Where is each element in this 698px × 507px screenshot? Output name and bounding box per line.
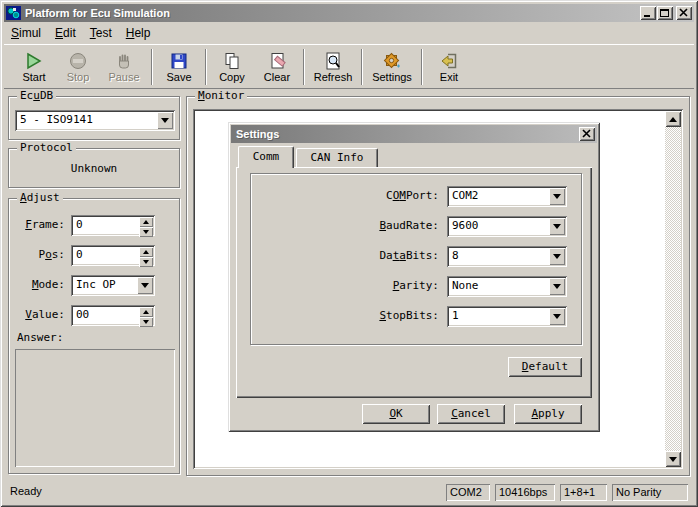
save-button[interactable]: Save (156, 47, 202, 87)
close-button[interactable] (676, 6, 692, 20)
close-icon (678, 8, 690, 18)
tab-comm[interactable]: Comm (238, 146, 294, 168)
ecudb-dropdown-button[interactable] (157, 112, 173, 129)
status-panel-parity: No Parity (612, 484, 688, 501)
refresh-icon (323, 51, 343, 71)
toolbar-separator (421, 49, 423, 85)
chevron-down-icon (161, 118, 169, 127)
cancel-button[interactable]: Cancel (437, 404, 505, 424)
settings-button[interactable]: Settings (366, 47, 418, 87)
exit-icon (439, 51, 459, 71)
pos-label: Pos: (13, 245, 65, 265)
chevron-down-icon (553, 224, 561, 233)
stop-button[interactable]: Stop (56, 47, 100, 87)
maximize-button[interactable] (657, 6, 673, 20)
menu-edit[interactable]: Edit (48, 24, 83, 42)
menu-simul[interactable]: Simul (4, 24, 48, 42)
maximize-icon (659, 8, 671, 18)
status-bar: Ready COM2 10416bps 1+8+1 No Parity (4, 481, 694, 503)
protocol-value: Unknown (9, 162, 179, 175)
tab-can-info[interactable]: CAN Info (296, 148, 378, 167)
status-text: Ready (10, 485, 42, 497)
status-panel-framing: 1+8+1 (560, 484, 607, 501)
minimize-icon (642, 8, 654, 18)
toolbar: Start Stop Pause (4, 44, 694, 89)
ecudb-group-label: EcuDB (17, 89, 56, 103)
mode-combobox[interactable]: Inc OP (71, 275, 155, 296)
baudrate-label: BaudRate: (311, 216, 439, 236)
menu-test[interactable]: Test (83, 24, 119, 42)
settings-dialog-title: Settings (236, 128, 579, 140)
ecudb-combobox[interactable]: 5 - ISO9141 (15, 110, 175, 131)
title-bar[interactable]: Platform for Ecu Simulation (4, 4, 694, 22)
clear-button[interactable]: Clear (254, 47, 300, 87)
chevron-down-icon (553, 194, 561, 203)
databits-combobox[interactable]: 8 (447, 246, 567, 267)
status-panel-com: COM2 (446, 484, 490, 501)
mode-label: Mode: (13, 275, 65, 295)
refresh-button[interactable]: Refresh (308, 47, 358, 87)
comport-value: COM2 (452, 189, 479, 202)
databits-dropdown-button[interactable] (549, 248, 565, 265)
protocol-group-label: Protocol (17, 141, 76, 155)
databits-label: DataBits: (311, 246, 439, 266)
parity-combobox[interactable]: None (447, 276, 567, 297)
frame-spinner[interactable] (139, 217, 153, 234)
chevron-down-icon (553, 314, 561, 323)
monitor-group-label: Monitor (195, 89, 247, 103)
pos-value: 0 (76, 248, 83, 261)
scroll-down-button[interactable] (665, 451, 681, 467)
pos-spinedit[interactable]: 0 (71, 245, 155, 266)
scroll-up-button[interactable] (665, 111, 681, 127)
answer-label: Answer: (17, 331, 63, 344)
frame-spinedit[interactable]: 0 (71, 215, 155, 236)
spin-up-icon[interactable] (139, 217, 153, 227)
spin-up-icon[interactable] (139, 247, 153, 257)
settings-close-button[interactable] (579, 127, 595, 141)
frame-value: 0 (76, 218, 83, 231)
ok-button[interactable]: OK (362, 404, 430, 424)
baudrate-combobox[interactable]: 9600 (447, 216, 567, 237)
app-window: Platform for Ecu Simulation Simul Edit T… (0, 0, 698, 507)
databits-value: 8 (452, 249, 459, 262)
pause-button[interactable]: Pause (100, 47, 148, 87)
menu-help[interactable]: Help (119, 24, 158, 42)
ecudb-value: 5 - ISO9141 (20, 113, 93, 126)
copy-button[interactable]: Copy (210, 47, 254, 87)
spin-down-icon[interactable] (139, 317, 153, 327)
parity-label: Parity: (311, 276, 439, 296)
stopbits-combobox[interactable]: 1 (447, 306, 567, 327)
stopbits-dropdown-button[interactable] (549, 308, 565, 325)
comport-label: COMPort: (311, 186, 439, 206)
chevron-down-icon (553, 254, 561, 263)
clear-icon (267, 51, 287, 71)
baudrate-dropdown-button[interactable] (549, 218, 565, 235)
apply-button[interactable]: Apply (514, 404, 582, 424)
scroll-up-icon (669, 113, 677, 122)
minimize-button[interactable] (640, 6, 656, 20)
toolbar-separator (205, 49, 207, 85)
parity-dropdown-button[interactable] (549, 278, 565, 295)
spin-down-icon[interactable] (139, 257, 153, 267)
save-icon (169, 51, 189, 71)
close-icon (581, 129, 593, 139)
start-button[interactable]: Start (12, 47, 56, 87)
spin-down-icon[interactable] (139, 227, 153, 237)
default-button[interactable]: Default (508, 357, 582, 377)
monitor-vscrollbar[interactable] (665, 111, 681, 467)
value-spinedit[interactable]: 00 (71, 305, 155, 326)
comport-combobox[interactable]: COM2 (447, 186, 567, 207)
exit-button[interactable]: Exit (426, 47, 472, 87)
mode-value: Inc OP (76, 278, 116, 291)
scroll-down-icon (669, 457, 677, 466)
spin-up-icon[interactable] (139, 307, 153, 317)
value-value: 00 (76, 308, 89, 321)
pos-spinner[interactable] (139, 247, 153, 264)
comport-dropdown-button[interactable] (549, 188, 565, 205)
settings-dialog-titlebar[interactable]: Settings (231, 125, 597, 143)
value-spinner[interactable] (139, 307, 153, 324)
mode-dropdown-button[interactable] (137, 277, 153, 294)
chevron-down-icon (553, 284, 561, 293)
app-icon (6, 5, 22, 21)
start-icon (24, 51, 44, 71)
